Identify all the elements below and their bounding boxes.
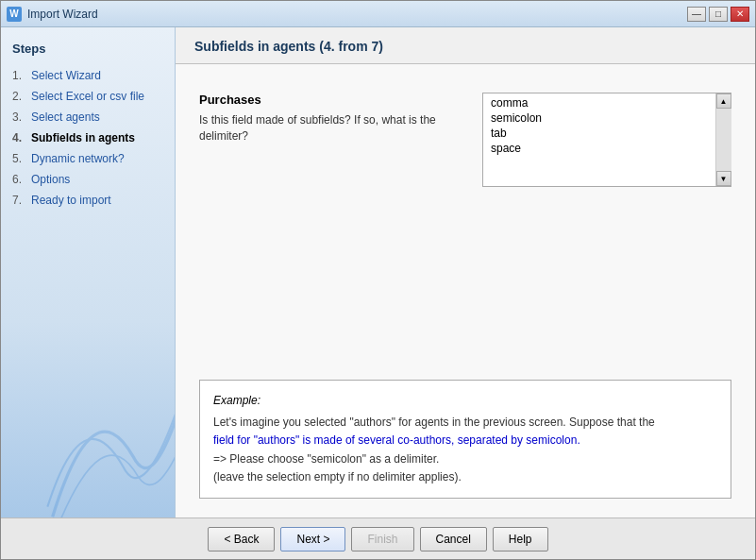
titlebar: W Import Wizard — □ ✕: [1, 1, 755, 27]
steps-list: 1. Select Wizard 2. Select Excel or csv …: [12, 65, 163, 211]
next-button[interactable]: Next >: [280, 527, 345, 552]
app-icon: W: [7, 7, 22, 22]
example-title: Example:: [213, 392, 717, 410]
right-panel: Subfields in agents (4. from 7) Purchase…: [176, 27, 755, 518]
field-section: Purchases Is this field made of subfield…: [199, 93, 731, 187]
panel-header: Subfields in agents (4. from 7): [176, 27, 755, 64]
sidebar-heading: Steps: [12, 42, 163, 56]
bottom-bar: < Back Next > Finish Cancel Help: [1, 518, 755, 559]
sidebar-watermark: [42, 376, 176, 518]
sidebar-item-select-excel[interactable]: 2. Select Excel or csv file: [12, 86, 163, 107]
sidebar-item-dynamic-network[interactable]: 5. Dynamic network?: [12, 148, 163, 169]
example-line3: => Please choose "semicolon" as a delimi…: [213, 452, 439, 466]
field-description: Is this field made of subfields? If so, …: [199, 112, 463, 144]
cancel-button[interactable]: Cancel: [420, 527, 487, 552]
sidebar-item-subfields[interactable]: 4. Subfields in agents: [12, 127, 163, 148]
import-wizard-window: W Import Wizard — □ ✕ Steps 1. Select Wi…: [0, 0, 756, 560]
panel-body: Purchases Is this field made of subfield…: [176, 64, 755, 518]
sidebar-item-ready[interactable]: 7. Ready to import: [12, 190, 163, 211]
listbox-item-comma[interactable]: comma: [487, 95, 712, 110]
field-name: Purchases: [199, 93, 463, 107]
listbox-item-space[interactable]: space: [487, 141, 712, 156]
sidebar-item-select-wizard[interactable]: 1. Select Wizard: [12, 65, 163, 86]
back-button[interactable]: < Back: [208, 527, 275, 552]
example-box: Example: Let's imagine you selected "aut…: [199, 380, 731, 499]
example-text: Let's imagine you selected "authors" for…: [213, 414, 717, 486]
sidebar-item-options[interactable]: 6. Options: [12, 169, 163, 190]
window-title: Import Wizard: [27, 8, 687, 21]
close-button[interactable]: ✕: [731, 7, 749, 22]
listbox-item-tab[interactable]: tab: [487, 126, 712, 141]
sidebar-item-select-agents[interactable]: 3. Select agents: [12, 107, 163, 127]
scrollbar-down-button[interactable]: ▼: [716, 171, 731, 186]
field-label-area: Purchases Is this field made of subfield…: [199, 93, 463, 144]
panel-title: Subfields in agents (4. from 7): [194, 39, 736, 54]
example-line2: field for "authors" is made of several c…: [213, 433, 580, 447]
scrollbar-up-button[interactable]: ▲: [716, 93, 731, 109]
window-controls: — □ ✕: [687, 7, 749, 22]
delimiter-listbox[interactable]: comma semicolon tab space: [483, 93, 715, 186]
listbox-item-semicolon[interactable]: semicolon: [487, 110, 712, 126]
main-content: Steps 1. Select Wizard 2. Select Excel o…: [1, 27, 755, 518]
delimiter-listbox-container: comma semicolon tab space ▲ ▼: [482, 93, 731, 187]
example-line4: (leave the selection empty if no delimit…: [213, 470, 462, 484]
minimize-button[interactable]: —: [687, 7, 706, 22]
example-line1: Let's imagine you selected "authors" for…: [213, 416, 655, 429]
sidebar: Steps 1. Select Wizard 2. Select Excel o…: [1, 27, 176, 518]
listbox-scrollbar: ▲ ▼: [715, 93, 731, 186]
maximize-button[interactable]: □: [709, 7, 728, 22]
scrollbar-track: [716, 109, 731, 171]
finish-button[interactable]: Finish: [351, 527, 413, 552]
help-button[interactable]: Help: [493, 527, 548, 552]
